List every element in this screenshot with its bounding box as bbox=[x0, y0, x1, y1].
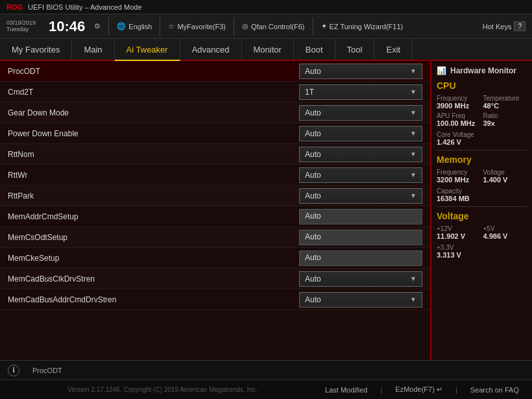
setting-value-memcadbusaddr[interactable]: Auto ▼ bbox=[299, 292, 422, 308]
mem-freq-value: 3200 MHz bbox=[437, 176, 481, 184]
textfield-memaddrcmd[interactable]: Auto bbox=[299, 209, 422, 224]
bottom-links-bar: Version 2.17.1246. Copyright (C) 2019 Am… bbox=[0, 380, 532, 399]
nav-my-favorites[interactable]: My Favorites bbox=[0, 39, 72, 60]
v12-block: +12V 11.902 V bbox=[437, 225, 481, 240]
separator-2: | bbox=[455, 386, 457, 394]
hw-divider-2 bbox=[437, 206, 527, 207]
setting-row-cmd2t: Cmd2T 1T ▼ bbox=[0, 82, 430, 103]
language-icon: 🌐 bbox=[117, 22, 126, 30]
language-selector[interactable]: 🌐 English bbox=[117, 22, 152, 30]
main-layout: ProcODT Auto ▼ Cmd2T 1T ▼ bbox=[0, 61, 532, 360]
setting-value-powerdown[interactable]: Auto ▼ bbox=[299, 126, 422, 141]
setting-row-memcke: MemCkeSetup Auto bbox=[0, 248, 430, 269]
hardware-monitor-panel: 📊 Hardware Monitor CPU Frequency 3900 MH… bbox=[431, 61, 532, 360]
setting-row-geardown: Gear Down Mode Auto ▼ bbox=[0, 103, 430, 123]
cpu-grid: Frequency 3900 MHz Temperature 48°C APU … bbox=[437, 95, 527, 127]
dropdown-prococdt[interactable]: Auto ▼ bbox=[299, 64, 422, 79]
setting-value-rttpark[interactable]: Auto ▼ bbox=[299, 188, 422, 204]
ezmode-label: EzMode(F7) bbox=[395, 385, 435, 393]
search-faq-link[interactable]: Search on FAQ bbox=[470, 386, 519, 394]
dropdown-geardown[interactable]: Auto ▼ bbox=[299, 105, 422, 121]
clock-display: 10:46 bbox=[49, 19, 85, 34]
setting-row-memcadbusaddr: MemCadBusAddrCmdDrvStren Auto ▼ bbox=[0, 289, 430, 310]
dropdown-rttwr[interactable]: Auto ▼ bbox=[299, 167, 422, 183]
mem-freq-label: Frequency bbox=[437, 169, 481, 176]
setting-name-memcke: MemCkeSetup bbox=[8, 254, 299, 263]
cpu-freq-value: 3900 MHz bbox=[437, 102, 481, 110]
ezmode-link[interactable]: EzMode(F7) ↵ bbox=[395, 385, 442, 394]
dropdown-arrow-powerdown: ▼ bbox=[410, 130, 417, 137]
eztuning-button[interactable]: ✦ EZ Tuning Wizard(F11) bbox=[321, 22, 404, 30]
v5-label: +5V bbox=[483, 225, 527, 232]
setting-value-memcadbusclk[interactable]: Auto ▼ bbox=[299, 271, 422, 287]
nav-monitor[interactable]: Monitor bbox=[242, 39, 294, 60]
hotkeys-badge[interactable]: ? bbox=[514, 21, 526, 31]
rog-logo: ROG bbox=[6, 3, 23, 11]
mem-volt-block: Voltage 1.400 V bbox=[483, 169, 527, 184]
cpu-apufreq-value: 100.00 MHz bbox=[437, 119, 481, 127]
language-label: English bbox=[128, 23, 152, 30]
nav-tool[interactable]: Tool bbox=[335, 39, 375, 60]
setting-value-geardown[interactable]: Auto ▼ bbox=[299, 105, 422, 121]
mem-capacity-label: Capacity bbox=[437, 187, 527, 195]
dropdown-memcadbusclk[interactable]: Auto ▼ bbox=[299, 271, 422, 287]
cpu-corevolt-value: 1.426 V bbox=[437, 138, 527, 146]
topbar: 03/19/2019 Tuesday 10:46 ⚙ 🌐 English ☆ M… bbox=[0, 14, 532, 39]
cpu-apufreq-block: APU Freq 100.00 MHz bbox=[437, 112, 481, 127]
dropdown-arrow-rttnom: ▼ bbox=[410, 151, 417, 158]
memory-section-title: Memory bbox=[437, 154, 527, 165]
setting-value-prococdt[interactable]: Auto ▼ bbox=[299, 64, 422, 79]
cpu-freq-label: Frequency bbox=[437, 95, 481, 102]
voltage-section-title: Voltage bbox=[437, 211, 527, 221]
nav-exit[interactable]: Exit bbox=[374, 39, 413, 60]
dropdown-rttpark[interactable]: Auto ▼ bbox=[299, 188, 422, 204]
cpu-temp-value: 48°C bbox=[483, 102, 527, 110]
setting-value-rttnom[interactable]: Auto ▼ bbox=[299, 147, 422, 162]
qfan-button[interactable]: ◎ Qfan Control(F6) bbox=[242, 22, 305, 30]
setting-row-rttwr: RttWr Auto ▼ bbox=[0, 165, 430, 186]
setting-name-memcsodt: MemCsOdtSetup bbox=[8, 233, 299, 242]
eztuning-icon: ✦ bbox=[321, 22, 327, 30]
nav-advanced[interactable]: Advanced bbox=[180, 39, 242, 60]
setting-name-cmd2t: Cmd2T bbox=[8, 88, 299, 97]
dropdown-cmd2t[interactable]: 1T ▼ bbox=[299, 84, 422, 100]
textfield-memcsodt[interactable]: Auto bbox=[299, 230, 422, 245]
nav-boot[interactable]: Boot bbox=[294, 39, 335, 60]
setting-value-rttwr[interactable]: Auto ▼ bbox=[299, 167, 422, 183]
nav-ai-tweaker[interactable]: Ai Tweaker bbox=[115, 39, 180, 61]
dropdown-arrow-cmd2t: ▼ bbox=[410, 88, 417, 95]
setting-row-memcadbusclk: MemCadBusClkDrvStren Auto ▼ bbox=[0, 269, 430, 289]
time-section: 03/19/2019 Tuesday bbox=[6, 20, 36, 33]
setting-row-rttpark: RttPark Auto ▼ bbox=[0, 186, 430, 206]
cpu-corevolt-block: Core Voltage 1.426 V bbox=[437, 131, 527, 146]
qfan-label: Qfan Control(F6) bbox=[251, 23, 305, 30]
main-nav: My Favorites Main Ai Tweaker Advanced Mo… bbox=[0, 39, 532, 61]
clock-settings-icon[interactable]: ⚙ bbox=[94, 22, 101, 30]
cpu-temp-block: Temperature 48°C bbox=[483, 95, 527, 110]
info-icon: ℹ bbox=[8, 365, 19, 376]
dropdown-memcadbusaddr[interactable]: Auto ▼ bbox=[299, 292, 422, 308]
divider-3 bbox=[234, 18, 234, 36]
v12-value: 11.902 V bbox=[437, 232, 481, 240]
setting-name-rttwr: RttWr bbox=[8, 171, 299, 180]
setting-name-memcadbusaddr: MemCadBusAddrCmdDrvStren bbox=[8, 295, 299, 304]
setting-name-powerdown: Power Down Enable bbox=[8, 129, 299, 138]
setting-value-memcke[interactable]: Auto bbox=[299, 250, 422, 266]
last-modified-link[interactable]: Last Modified bbox=[325, 386, 367, 394]
textfield-memcke[interactable]: Auto bbox=[299, 250, 422, 266]
separator-1: | bbox=[380, 386, 382, 394]
date-display: 03/19/2019 Tuesday bbox=[6, 20, 36, 33]
bios-title: UEFI BIOS Utility – Advanced Mode bbox=[28, 3, 141, 11]
cpu-apufreq-label: APU Freq bbox=[437, 112, 481, 119]
divider-4 bbox=[313, 18, 313, 36]
setting-row-rttnom: RttNom Auto ▼ bbox=[0, 144, 430, 165]
setting-value-memcsodt[interactable]: Auto bbox=[299, 230, 422, 245]
setting-value-memaddrcmd[interactable]: Auto bbox=[299, 209, 422, 224]
dropdown-rttnom[interactable]: Auto ▼ bbox=[299, 147, 422, 162]
nav-main[interactable]: Main bbox=[72, 39, 114, 60]
hw-divider-1 bbox=[437, 150, 527, 151]
dropdown-powerdown[interactable]: Auto ▼ bbox=[299, 126, 422, 141]
cpu-corevolt-label: Core Voltage bbox=[437, 131, 527, 138]
myfavorite-button[interactable]: ☆ MyFavorite(F3) bbox=[168, 22, 226, 30]
setting-value-cmd2t[interactable]: 1T ▼ bbox=[299, 84, 422, 100]
